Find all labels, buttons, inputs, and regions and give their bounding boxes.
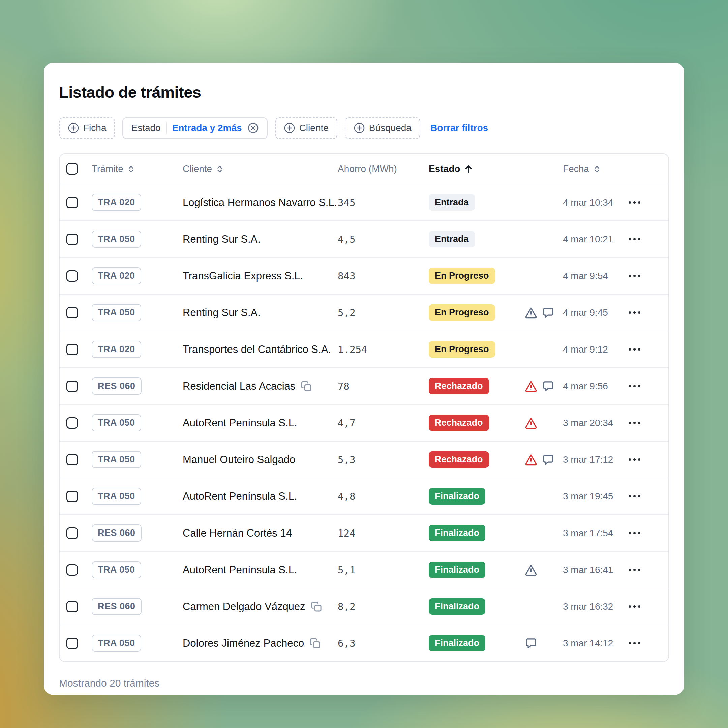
row-indicator-icons — [525, 306, 554, 319]
table-row[interactable]: TRA 050 Manuel Outeiro Salgado 5,3 Recha… — [60, 441, 668, 477]
row-actions-menu[interactable] — [614, 532, 668, 534]
row-checkbox[interactable] — [66, 491, 78, 502]
client-name-text: Dolores Jiménez Pacheco — [183, 637, 304, 650]
table-row[interactable]: TRA 050 AutoRent Península S.L. 4,8 Fina… — [60, 477, 668, 514]
table-row[interactable]: RES 060 Residencial Las Acacias 78 Recha… — [60, 367, 668, 404]
client-name: AutoRent Península S.L. — [183, 417, 297, 429]
select-all-checkbox[interactable] — [66, 163, 78, 174]
row-checkbox[interactable] — [66, 270, 78, 282]
row-checkbox[interactable] — [66, 528, 78, 539]
row-actions-menu[interactable] — [614, 605, 668, 608]
column-header-cliente[interactable]: Cliente — [183, 164, 224, 174]
filter-add-cliente[interactable]: Cliente — [275, 117, 337, 139]
table-row[interactable]: TRA 050 Renting Sur S.A. 5,2 En Progreso… — [60, 294, 668, 330]
row-actions-menu[interactable] — [614, 569, 668, 571]
table-row[interactable]: TRA 050 AutoRent Península S.L. 5,1 Fina… — [60, 551, 668, 588]
plus-circle-icon — [353, 122, 365, 134]
comment-icon — [542, 380, 554, 392]
table-row[interactable]: TRA 050 AutoRent Península S.L. 4,7 Rech… — [60, 404, 668, 441]
chip-divider — [166, 122, 167, 134]
row-date: 3 mar 16:41 — [563, 564, 613, 575]
row-actions-menu[interactable] — [614, 422, 668, 424]
ahorro-value: 4,5 — [338, 234, 355, 245]
tramite-code-badge: TRA 050 — [92, 488, 141, 505]
row-checkbox[interactable] — [66, 307, 78, 318]
warning-icon — [525, 453, 537, 466]
row-date: 3 mar 16:32 — [563, 601, 613, 612]
plus-circle-icon — [68, 122, 79, 134]
clear-filters-link[interactable]: Borrar filtros — [430, 123, 488, 133]
row-date: 4 mar 10:21 — [563, 234, 613, 245]
row-actions-menu[interactable] — [614, 348, 668, 350]
row-date: 3 mar 17:12 — [563, 454, 613, 465]
table-row[interactable]: RES 060 Calle Hernán Cortés 14 124 Final… — [60, 514, 668, 551]
row-checkbox[interactable] — [66, 197, 78, 208]
status-badge: Rechazado — [429, 378, 489, 394]
client-name: TransGalicia Express S.L. — [183, 270, 303, 282]
row-checkbox[interactable] — [66, 381, 78, 392]
desktop-background: { "page": { "title": "Listado de trámite… — [0, 0, 728, 728]
client-name: Carmen Delgado Vázquez — [183, 601, 322, 613]
row-date: 4 mar 9:12 — [563, 344, 608, 355]
column-header-tramite[interactable]: Trámite — [92, 164, 136, 174]
results-count: Mostrando 20 trámites — [59, 678, 669, 689]
sort-asc-arrow-icon — [463, 164, 474, 174]
row-checkbox[interactable] — [66, 344, 78, 355]
status-badge: Entrada — [429, 231, 475, 248]
client-name-text: AutoRent Península S.L. — [183, 490, 297, 503]
client-name-text: Calle Hernán Cortés 14 — [183, 527, 292, 539]
warning-icon — [525, 564, 537, 576]
row-actions-menu[interactable] — [614, 495, 668, 497]
row-actions-menu[interactable] — [614, 275, 668, 277]
table-row[interactable]: TRA 020 Transportes del Cantábrico S.A. … — [60, 330, 668, 367]
row-actions-menu[interactable] — [614, 642, 668, 644]
warning-icon — [525, 380, 537, 392]
column-label: Trámite — [92, 164, 123, 174]
status-badge: Finalizado — [429, 561, 485, 578]
row-date: 4 mar 9:45 — [563, 307, 608, 318]
client-name-text: Transportes del Cantábrico S.A. — [183, 343, 331, 356]
table-row[interactable]: TRA 020 TransGalicia Express S.L. 843 En… — [60, 257, 668, 294]
row-checkbox[interactable] — [66, 417, 78, 429]
table-row[interactable]: TRA 020 Logística Hermanos Navarro S.L. … — [60, 184, 668, 220]
row-checkbox[interactable] — [66, 638, 78, 649]
copy-icon[interactable] — [301, 381, 312, 392]
row-indicator-icons — [525, 380, 554, 392]
row-actions-menu[interactable] — [614, 458, 668, 461]
row-actions-menu[interactable] — [614, 201, 668, 203]
client-name-text: AutoRent Península S.L. — [183, 564, 297, 576]
remove-filter-icon[interactable] — [248, 122, 259, 134]
row-actions-menu[interactable] — [614, 311, 668, 314]
client-name: Renting Sur S.A. — [183, 307, 260, 319]
row-checkbox[interactable] — [66, 454, 78, 465]
comment-icon — [542, 453, 554, 466]
client-name-text: AutoRent Península S.L. — [183, 417, 297, 429]
filter-add-ficha[interactable]: Ficha — [59, 117, 115, 139]
filter-add-busqueda[interactable]: Búsqueda — [345, 117, 420, 139]
comment-icon — [525, 637, 537, 650]
row-checkbox[interactable] — [66, 234, 78, 245]
row-checkbox[interactable] — [66, 601, 78, 612]
table-row[interactable]: RES 060 Carmen Delgado Vázquez 8,2 Final… — [60, 588, 668, 624]
row-actions-menu[interactable] — [614, 238, 668, 240]
table-header-row: Trámite Cliente Ahorro (MWh) Estado Fech… — [60, 154, 668, 184]
row-actions-menu[interactable] — [614, 385, 668, 387]
row-checkbox[interactable] — [66, 564, 78, 576]
table-row[interactable]: TRA 050 Dolores Jiménez Pacheco 6,3 Fina… — [60, 624, 668, 661]
tramites-table: Trámite Cliente Ahorro (MWh) Estado Fech… — [59, 153, 669, 662]
table-row[interactable]: TRA 050 Renting Sur S.A. 4,5 Entrada 4 m… — [60, 220, 668, 257]
copy-icon[interactable] — [311, 601, 322, 612]
ahorro-value: 5,3 — [338, 454, 355, 465]
copy-icon[interactable] — [309, 638, 321, 649]
tramites-card: Listado de trámites Ficha Estado Entrada… — [44, 63, 684, 695]
column-header-estado[interactable]: Estado — [429, 164, 474, 174]
row-date: 3 mar 20:34 — [563, 418, 613, 428]
sort-icon — [127, 164, 136, 173]
column-header-fecha[interactable]: Fecha — [563, 164, 601, 174]
tramite-code-badge: RES 060 — [92, 598, 142, 615]
filter-estado-value: Entrada y 2más — [172, 123, 242, 133]
tramite-code-badge: TRA 050 — [92, 561, 141, 578]
filter-estado-chip[interactable]: Estado Entrada y 2más — [122, 117, 267, 139]
tramite-code-badge: TRA 050 — [92, 635, 141, 652]
tramite-code-badge: TRA 050 — [92, 451, 141, 468]
